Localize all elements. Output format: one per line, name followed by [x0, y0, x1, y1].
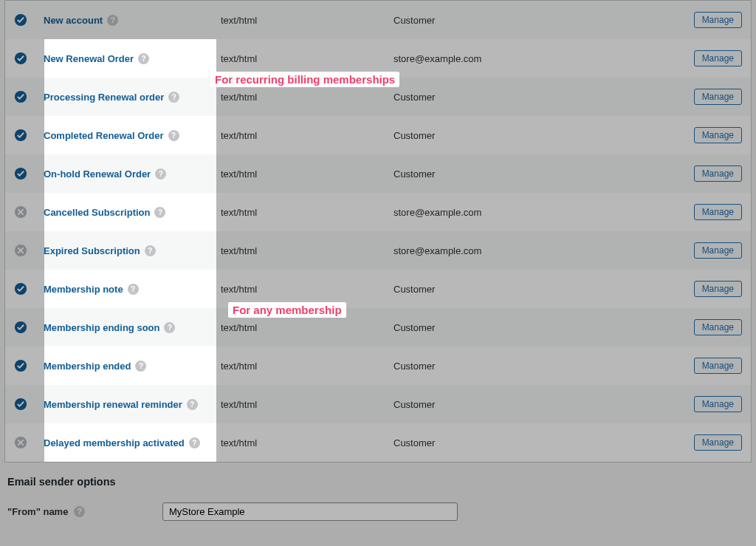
- recipient-cell: Customer: [394, 437, 676, 448]
- content-type-cell: text/html: [221, 92, 394, 103]
- recipient-cell: Customer: [394, 130, 676, 141]
- email-row: Membership ended?text/htmlCustomerManage: [5, 347, 751, 385]
- email-name-link[interactable]: On-hold Renewal Order: [44, 168, 151, 180]
- email-notifications-table: New account?text/htmlCustomerManageNew R…: [4, 0, 752, 463]
- help-icon[interactable]: ?: [164, 322, 175, 333]
- content-type-cell: text/html: [221, 361, 394, 372]
- status-disabled-icon[interactable]: [14, 205, 27, 219]
- status-enabled-icon[interactable]: [14, 52, 27, 65]
- recipient-cell: store@example.com: [394, 207, 676, 218]
- manage-button[interactable]: Manage: [694, 434, 742, 451]
- recipient-cell: Customer: [394, 399, 676, 410]
- help-icon[interactable]: ?: [168, 130, 179, 141]
- content-type-cell: text/html: [221, 245, 394, 256]
- help-icon[interactable]: ?: [155, 168, 166, 180]
- email-row: Membership ending soon?text/htmlCustomer…: [5, 308, 751, 347]
- status-enabled-icon[interactable]: [14, 397, 27, 411]
- help-icon[interactable]: ?: [135, 361, 146, 372]
- content-type-cell: text/html: [221, 399, 394, 410]
- content-type-cell: text/html: [221, 130, 394, 141]
- status-disabled-icon[interactable]: [14, 436, 27, 449]
- manage-button[interactable]: Manage: [694, 12, 742, 28]
- email-name-link[interactable]: Completed Renewal Order: [44, 130, 164, 141]
- email-name-link[interactable]: New account: [44, 15, 103, 26]
- help-icon[interactable]: ?: [189, 437, 200, 448]
- status-enabled-icon[interactable]: [14, 359, 27, 372]
- manage-button[interactable]: Manage: [694, 50, 742, 66]
- from-name-input[interactable]: [162, 502, 458, 521]
- status-enabled-icon[interactable]: [14, 129, 27, 142]
- manage-button[interactable]: Manage: [694, 319, 742, 335]
- content-type-cell: text/html: [221, 284, 394, 295]
- content-type-cell: text/html: [221, 207, 394, 218]
- manage-button[interactable]: Manage: [694, 204, 742, 220]
- status-enabled-icon[interactable]: [14, 321, 27, 334]
- help-icon[interactable]: ?: [128, 284, 139, 295]
- manage-button[interactable]: Manage: [694, 165, 742, 182]
- email-row: New Renewal Order?text/htmlstore@example…: [5, 39, 751, 78]
- email-name-link[interactable]: Expired Subscription: [44, 245, 140, 256]
- recipient-cell: Customer: [394, 15, 676, 26]
- status-disabled-icon[interactable]: [14, 244, 27, 257]
- email-name-link[interactable]: Membership ending soon: [44, 322, 159, 333]
- manage-button[interactable]: Manage: [694, 242, 742, 259]
- manage-button[interactable]: Manage: [694, 358, 742, 374]
- help-icon[interactable]: ?: [187, 399, 198, 410]
- manage-button[interactable]: Manage: [694, 89, 742, 105]
- recipient-cell: store@example.com: [394, 245, 676, 256]
- email-row: Membership note?text/htmlCustomerManage: [5, 270, 751, 308]
- help-icon[interactable]: ?: [107, 15, 118, 26]
- email-name-link[interactable]: Membership ended: [44, 361, 131, 372]
- email-name-link[interactable]: Membership renewal reminder: [44, 399, 182, 410]
- email-row: Completed Renewal Order?text/htmlCustome…: [5, 116, 751, 154]
- content-type-cell: text/html: [221, 437, 394, 448]
- content-type-cell: text/html: [221, 322, 394, 333]
- email-name-link[interactable]: Processing Renewal order: [44, 92, 164, 103]
- email-row: New account?text/htmlCustomerManage: [5, 1, 751, 39]
- email-row: Delayed membership activated?text/htmlCu…: [5, 423, 751, 462]
- help-icon[interactable]: ?: [138, 53, 149, 64]
- email-name-link[interactable]: Cancelled Subscription: [44, 207, 150, 218]
- email-row: Expired Subscription?text/htmlstore@exam…: [5, 231, 751, 270]
- help-icon[interactable]: ?: [74, 506, 85, 517]
- recipient-cell: Customer: [394, 322, 676, 333]
- help-icon[interactable]: ?: [145, 245, 156, 256]
- email-name-link[interactable]: Membership note: [44, 284, 123, 295]
- recipient-cell: store@example.com: [394, 53, 676, 64]
- email-sender-options-heading: Email sender options: [7, 476, 749, 488]
- status-enabled-icon[interactable]: [14, 90, 27, 103]
- recipient-cell: Customer: [394, 361, 676, 372]
- email-row: Processing Renewal order?text/htmlCustom…: [5, 78, 751, 116]
- email-name-link[interactable]: New Renewal Order: [44, 53, 134, 64]
- content-type-cell: text/html: [221, 15, 394, 26]
- email-row: Membership renewal reminder?text/htmlCus…: [5, 385, 751, 423]
- manage-button[interactable]: Manage: [694, 396, 742, 412]
- help-icon[interactable]: ?: [154, 207, 165, 218]
- recipient-cell: Customer: [394, 168, 676, 180]
- from-name-label: "From" name: [7, 506, 68, 517]
- email-row: Cancelled Subscription?text/htmlstore@ex…: [5, 193, 751, 231]
- from-name-row: "From" name ?: [0, 498, 756, 525]
- status-enabled-icon[interactable]: [14, 13, 27, 27]
- manage-button[interactable]: Manage: [694, 127, 742, 143]
- status-enabled-icon[interactable]: [14, 282, 27, 296]
- help-icon[interactable]: ?: [168, 92, 179, 103]
- content-type-cell: text/html: [221, 53, 394, 64]
- recipient-cell: Customer: [394, 92, 676, 103]
- content-type-cell: text/html: [221, 168, 394, 180]
- email-row: On-hold Renewal Order?text/htmlCustomerM…: [5, 154, 751, 193]
- manage-button[interactable]: Manage: [694, 281, 742, 297]
- email-name-link[interactable]: Delayed membership activated: [44, 437, 185, 448]
- status-enabled-icon[interactable]: [14, 167, 27, 180]
- recipient-cell: Customer: [394, 284, 676, 295]
